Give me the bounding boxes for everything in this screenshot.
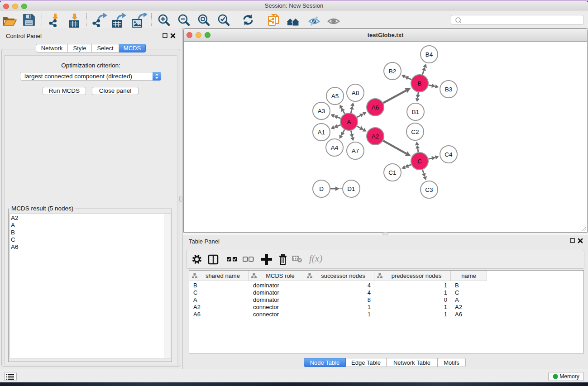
svg-text:A8: A8 [352,90,359,96]
svg-text:C: C [417,158,422,165]
svg-text:C2: C2 [411,129,419,135]
svg-text:B3: B3 [445,86,453,93]
svg-text:A7: A7 [352,148,359,154]
svg-text:A: A [347,119,351,125]
svg-text:C4: C4 [445,151,453,158]
svg-text:B4: B4 [425,51,433,58]
svg-text:A6: A6 [372,104,379,111]
svg-text:B1: B1 [412,109,420,115]
svg-text:C3: C3 [425,186,433,193]
svg-text:A2: A2 [372,133,379,140]
svg-text:D: D [319,186,324,192]
svg-text:A5: A5 [331,93,339,100]
svg-text:D1: D1 [347,186,355,192]
svg-text:A4: A4 [331,144,339,151]
svg-text:A1: A1 [318,129,325,136]
svg-text:A3: A3 [318,108,325,114]
svg-text:C1: C1 [388,169,396,176]
svg-text:B2: B2 [389,68,397,75]
svg-text:B: B [417,80,421,87]
